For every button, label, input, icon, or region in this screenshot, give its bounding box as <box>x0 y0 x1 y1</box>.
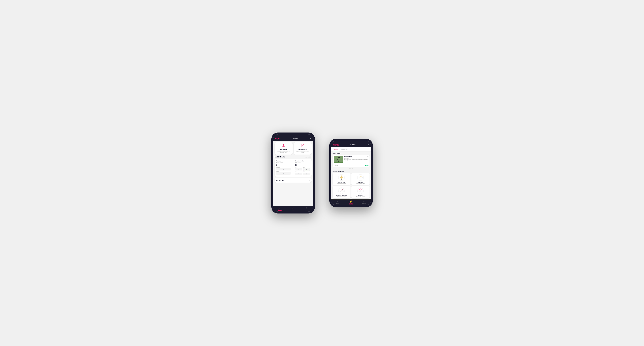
wedge-ladder-card[interactable]: Wedge Ladder ☆ 50–100 yds Play 1 shot at… <box>332 155 370 167</box>
approach-card[interactable]: Approach Dial-in to hit the green <box>352 173 370 185</box>
capture-label-2: Capture <box>362 203 366 204</box>
drills-capture-label: Drills Capture <box>295 162 310 163</box>
add-practice-desc: Capture your practice off-the-course <box>295 151 310 153</box>
svg-point-19 <box>340 176 340 176</box>
most-popular-label: Most Popular <box>332 153 370 154</box>
drills-col: Practice Drills Drills Capture 8 OTT 0 A… <box>295 160 310 175</box>
tab-favourites[interactable]: Favourites <box>339 147 349 151</box>
active-indicator-2 <box>349 204 353 204</box>
svg-point-0 <box>282 146 284 147</box>
practice-content: Most Popular <box>331 152 371 199</box>
app-value: 4 <box>303 168 310 171</box>
rounds-capture-label: Rounds Capture <box>276 162 291 163</box>
rounds-title: Rounds <box>276 160 291 162</box>
svg-point-20 <box>341 175 342 176</box>
action-cards: Add Round Record your shots in fast or e… <box>275 142 312 155</box>
active-indicator <box>278 210 282 211</box>
wedge-ladder-title: Wedge Ladder ☆ <box>344 156 368 158</box>
svg-point-23 <box>358 174 364 180</box>
menu-icon-2[interactable]: ≡ <box>368 144 369 146</box>
wedge-ladder-footer: ○ 9 shots APP <box>332 164 370 167</box>
rounds-capture-value: 0 <box>276 164 291 166</box>
phone-practice-screen: clippd Practice ≡ Drills Favourites Most… <box>331 141 371 205</box>
view-activity-link[interactable]: View Activity <box>305 156 312 158</box>
nav-title: Home <box>293 138 298 139</box>
around-the-green-icon <box>338 187 345 194</box>
ott-value: 0 <box>295 168 302 171</box>
dot-1 <box>349 168 350 169</box>
svg-point-32 <box>342 189 343 190</box>
phone-practice: clippd Practice ≡ Drills Favourites Most… <box>329 139 373 207</box>
phone-home: clippd Home ≡ <box>272 133 315 213</box>
drills-title: Practice Drills <box>295 160 310 162</box>
nav-activities-2[interactable]: ⚡ Activities <box>344 199 358 205</box>
svg-text:+: + <box>303 144 303 145</box>
approach-title: Approach <box>358 181 363 183</box>
ott-col: OTT 0 <box>295 167 302 171</box>
add-round-card[interactable]: Add Round Record your shots in fast or e… <box>275 142 292 155</box>
putt-label: PUTT <box>303 172 310 173</box>
app-label: APP <box>303 167 310 168</box>
activity-title: Last 3 Months <box>275 156 285 158</box>
off-the-tee-desc: Power and accuracy <box>338 183 346 184</box>
dot-2 <box>350 168 352 169</box>
add-practice-title: Add Practice <box>298 149 307 150</box>
menu-icon[interactable]: ≡ <box>310 138 311 140</box>
capture-icon: ⊕ <box>306 207 307 209</box>
nav-capture-2[interactable]: ⊕ Capture <box>358 199 371 205</box>
svg-point-38 <box>360 188 361 189</box>
golf-bag-row[interactable]: My Golf Bag › <box>275 178 312 182</box>
phone-home-screen: clippd Home ≡ <box>273 134 313 212</box>
drills-capture-value: 8 <box>295 164 310 166</box>
explore-label: Explore skill areas <box>332 171 370 172</box>
bottom-nav-2: ⌂ Home ⚡ Activities ⊕ Capture <box>331 199 371 205</box>
off-the-tee-icon <box>338 174 345 181</box>
wedge-ladder-text: Wedge Ladder ☆ 50–100 yds Play 1 shot at… <box>344 156 368 163</box>
putt-value: 4 <box>303 173 310 175</box>
putting-title: Putting <box>358 195 362 196</box>
tournament-label: Tournament <box>276 167 291 168</box>
ott-label: OTT <box>295 167 302 168</box>
putting-icon <box>357 187 364 194</box>
top-nav-2: clippd Practice ≡ <box>331 143 371 147</box>
putt-col: PUTT 4 <box>303 172 310 175</box>
activities-label: Activities <box>291 209 295 211</box>
app-badge: APP <box>365 165 368 166</box>
activity-header: Last 3 Months View Activity <box>275 156 312 158</box>
off-the-tee-title: Off The Tee <box>338 181 345 183</box>
dot-3 <box>352 168 353 169</box>
nav-home-2[interactable]: ⌂ Home <box>331 199 344 205</box>
add-practice-icon: + <box>301 144 304 148</box>
nav-home[interactable]: ⌂ Home <box>273 206 286 212</box>
practice-label: Practice <box>276 171 291 172</box>
putting-card[interactable]: Putting Make and lag practice <box>352 186 370 198</box>
drills-sub-top: OTT 0 APP 4 <box>295 167 310 171</box>
nav-title-2: Practice <box>350 144 356 146</box>
svg-rect-14 <box>334 162 343 163</box>
svg-point-21 <box>342 176 343 176</box>
activities-icon: ⚡ <box>292 207 294 209</box>
golf-bag-chevron: › <box>309 179 310 181</box>
logo: clippd <box>276 137 281 140</box>
practice-row: Practice 0 <box>276 171 291 175</box>
home-icon-2: ⌂ <box>337 200 338 203</box>
wedge-ladder-inner: Wedge Ladder ☆ 50–100 yds Play 1 shot at… <box>332 155 370 164</box>
carousel-dots <box>332 168 370 169</box>
arg-value: 0 <box>295 173 302 175</box>
around-the-green-desc: Hone your short game <box>337 196 346 197</box>
star-icon[interactable]: ☆ <box>367 156 368 158</box>
nav-activities[interactable]: ⚡ Activities <box>286 206 300 212</box>
off-the-tee-card[interactable]: Off The Tee Power and accuracy <box>332 173 351 185</box>
around-the-green-title: Around The Green <box>336 195 347 196</box>
approach-icon <box>357 174 364 181</box>
wedge-ladder-desc: Play 1 shot at each target yardage. If y… <box>344 159 368 162</box>
nav-capture[interactable]: ⊕ Capture <box>300 206 313 212</box>
home-icon: ⌂ <box>279 207 280 209</box>
around-the-green-card[interactable]: Around The Green Hone your short game <box>332 186 351 198</box>
svg-point-24 <box>358 178 359 179</box>
add-practice-card[interactable]: + Add Practice Capture your practice off… <box>294 142 312 155</box>
stats-panel: Rounds Rounds Capture 0 Tournament 0 Pra… <box>275 159 312 177</box>
tab-drills[interactable]: Drills <box>333 147 339 151</box>
shots-count: ○ 9 shots <box>334 165 338 166</box>
practice-value: 0 <box>276 172 291 175</box>
